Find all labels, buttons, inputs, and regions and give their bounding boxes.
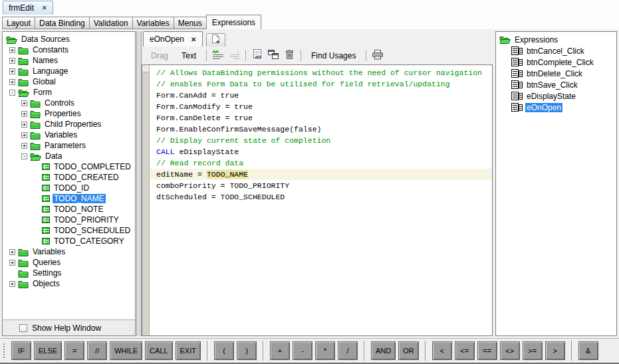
tree-item-form[interactable]: -Form bbox=[3, 87, 135, 98]
expand-icon[interactable]: + bbox=[9, 68, 15, 74]
panel-splitter[interactable] bbox=[136, 31, 142, 336]
expand-icon[interactable]: + bbox=[9, 47, 15, 53]
op-button-plus[interactable]: + bbox=[270, 341, 290, 360]
op-button-neq[interactable]: <> bbox=[500, 341, 520, 360]
tree-item-language[interactable]: +Language bbox=[3, 66, 135, 76]
tree-item-constants[interactable]: +Constants bbox=[3, 45, 135, 55]
collapse-icon[interactable]: - bbox=[21, 153, 27, 159]
squiggle-lines-button[interactable] bbox=[210, 48, 226, 62]
rename-page-button[interactable]: ab bbox=[249, 48, 265, 62]
tab-layout[interactable]: Layout bbox=[2, 17, 35, 29]
print-button[interactable] bbox=[370, 48, 386, 62]
tree-item-edisplaystate[interactable]: eDisplayState bbox=[496, 90, 616, 102]
code-token-keyword: CALL bbox=[156, 147, 175, 156]
tree-item-todo-name[interactable]: TODO_NAME bbox=[3, 193, 135, 204]
editor-tab-eonopen[interactable]: eOnOpen ✕ bbox=[143, 31, 203, 46]
tab-variables[interactable]: Variables bbox=[132, 17, 174, 29]
trash-button[interactable] bbox=[281, 48, 297, 62]
expand-icon[interactable]: + bbox=[21, 122, 27, 128]
tree-item-data[interactable]: -Data bbox=[3, 151, 135, 161]
code-line: // Display current state of completion bbox=[150, 135, 492, 146]
tree-item-settings[interactable]: Settings bbox=[3, 268, 135, 278]
new-expression-tab[interactable] bbox=[206, 33, 225, 46]
expand-icon[interactable]: + bbox=[9, 249, 15, 255]
code-token-plain: Form.EnableConfirmSaveMessage(false) bbox=[156, 125, 321, 134]
tree-item-todo-completed[interactable]: TODO_COMPLETED bbox=[3, 161, 135, 172]
tab-validation[interactable]: Validation bbox=[89, 17, 133, 29]
op-button-or[interactable]: OR bbox=[398, 341, 419, 360]
op-button-call[interactable]: CALL bbox=[145, 341, 173, 360]
op-button-if[interactable]: IF bbox=[11, 341, 31, 360]
op-button-multiply[interactable]: * bbox=[315, 341, 335, 360]
toolbar-grip[interactable] bbox=[3, 343, 5, 359]
op-button-divide[interactable]: / bbox=[338, 341, 358, 360]
tree-item-eonopen[interactable]: eOnOpen bbox=[496, 102, 616, 113]
expand-icon[interactable]: + bbox=[21, 132, 27, 138]
close-icon[interactable]: ✕ bbox=[42, 5, 47, 11]
tree-item-btncancel-click[interactable]: btnCancel_Click bbox=[496, 45, 616, 56]
folder-icon bbox=[18, 269, 29, 278]
tree-item-expressions[interactable]: Expressions bbox=[496, 34, 616, 45]
op-button-ampersand[interactable]: & bbox=[578, 341, 598, 360]
op-button-else[interactable]: ELSE bbox=[34, 341, 62, 360]
expand-icon[interactable]: + bbox=[21, 143, 27, 149]
tree-item-parameters[interactable]: +Parameters bbox=[3, 140, 135, 151]
tree-item-btnsave-click[interactable]: btnSave_Click bbox=[496, 79, 616, 90]
op-button-close-paren[interactable]: ) bbox=[237, 341, 257, 360]
tree-item-label: TODO_ID bbox=[53, 183, 90, 193]
tree-item-objects[interactable]: +Objects bbox=[3, 278, 135, 289]
expand-icon[interactable]: + bbox=[9, 79, 15, 85]
tree-item-child-properties[interactable]: +Child Properties bbox=[3, 119, 135, 130]
op-button-open-paren[interactable]: ( bbox=[214, 341, 234, 360]
op-button-exit[interactable]: EXIT bbox=[176, 341, 201, 360]
copy-windows-button[interactable] bbox=[265, 48, 281, 62]
text-button[interactable]: Text bbox=[175, 49, 203, 62]
expressions-panel: ExpressionsbtnCancel_ClickbtnComplete_Cl… bbox=[495, 31, 617, 336]
expand-icon[interactable]: + bbox=[21, 111, 27, 117]
tree-item-label: Variables bbox=[31, 247, 66, 256]
expand-icon[interactable]: + bbox=[9, 260, 15, 266]
op-button-eq[interactable]: = bbox=[64, 341, 84, 360]
op-button-comment[interactable]: // bbox=[87, 341, 107, 360]
op-button-gt[interactable]: > bbox=[545, 341, 565, 360]
tree-item-todo-priority[interactable]: TODO_PRIORITY bbox=[3, 215, 135, 225]
tree-item-todo-id[interactable]: TODO_ID bbox=[3, 183, 135, 193]
tree-item-queries[interactable]: +Queries bbox=[3, 257, 135, 268]
op-button-while[interactable]: WHILE bbox=[110, 341, 142, 360]
tree-item-names[interactable]: +Names bbox=[3, 55, 135, 66]
show-help-checkbox[interactable] bbox=[19, 324, 27, 332]
expand-icon[interactable]: + bbox=[21, 100, 27, 106]
close-icon[interactable]: ✕ bbox=[191, 36, 196, 43]
tab-data-binding[interactable]: Data Binding bbox=[35, 17, 90, 29]
tree-item-variables[interactable]: +Variables bbox=[3, 130, 135, 140]
tree-item-global[interactable]: +Global bbox=[3, 76, 135, 87]
tree-item-properties[interactable]: +Properties bbox=[3, 108, 135, 119]
operator-buttons: IFELSE=//WHILECALLEXIT()+-*/ANDOR<<===<>… bbox=[11, 341, 598, 361]
tree-item-btndelete-click[interactable]: btnDelete_Click bbox=[496, 68, 616, 79]
tree-item-data-sources[interactable]: Data Sources bbox=[3, 34, 135, 45]
new-page-icon bbox=[211, 35, 221, 46]
op-button-and[interactable]: AND bbox=[371, 341, 396, 360]
tree-item-variables[interactable]: +Variables bbox=[3, 246, 135, 257]
op-button-gte[interactable]: >= bbox=[523, 341, 543, 360]
code-editor[interactable]: // Allows DataBinding permissions withou… bbox=[142, 64, 493, 336]
expand-icon[interactable]: + bbox=[9, 281, 15, 287]
expand-icon[interactable]: + bbox=[9, 58, 15, 64]
tree-item-todo-note[interactable]: TODO_NOTE bbox=[3, 204, 135, 215]
collapse-icon[interactable]: - bbox=[9, 90, 15, 96]
tree-item-btncomplete-click[interactable]: btnComplete_Click bbox=[496, 56, 616, 68]
op-button-eqeq[interactable]: == bbox=[477, 341, 497, 360]
tree-item-todo-created[interactable]: TODO_CREATED bbox=[3, 172, 135, 183]
document-tab-frmedit[interactable]: frmEdit ✕ bbox=[3, 1, 53, 15]
op-button-lte[interactable]: <= bbox=[455, 341, 475, 360]
folder-icon bbox=[18, 258, 29, 267]
op-button-minus[interactable]: - bbox=[293, 341, 312, 360]
tree-item-controls[interactable]: +Controls bbox=[3, 98, 135, 108]
tab-expressions[interactable]: Expressions bbox=[206, 15, 261, 29]
op-button-lt[interactable]: < bbox=[432, 341, 452, 360]
tree-item-todo-scheduled[interactable]: TODO_SCHEDULED bbox=[3, 225, 135, 236]
tree-item-label: TODO_NAME bbox=[53, 194, 106, 203]
find-usages-button[interactable]: Find Usages bbox=[305, 49, 362, 62]
tree-item-toto-category[interactable]: TOTO_CATEGORY bbox=[3, 236, 135, 246]
tab-menus[interactable]: Menus bbox=[174, 17, 207, 29]
